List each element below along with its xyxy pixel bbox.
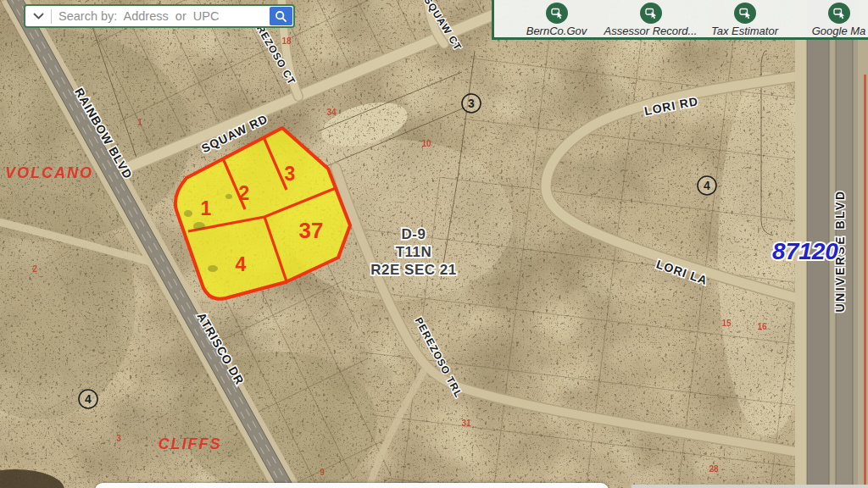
click-hand-icon xyxy=(734,3,756,24)
search-button[interactable] xyxy=(270,7,292,25)
parcel-number-label: 1 xyxy=(201,197,212,219)
toolbar-item-label: Tax Estimator xyxy=(711,25,778,37)
assessor-map-app: 1 2 3 37 4 RAINBOW BLVD SQUAW RD EREZOSO… xyxy=(0,0,868,488)
toolbar-item-label: Assessor Record... xyxy=(604,25,698,37)
parcel-number-label: 4 xyxy=(236,253,247,275)
parcel-number-label: 2 xyxy=(239,182,250,204)
chevron-down-icon xyxy=(33,13,44,19)
click-hand-icon xyxy=(546,3,568,24)
bottom-panel-edge xyxy=(95,483,609,488)
area-label-cliffs: CLIFFS xyxy=(159,435,222,452)
svg-text:16: 16 xyxy=(757,322,767,331)
svg-text:15: 15 xyxy=(721,319,732,328)
search-bar xyxy=(24,4,295,28)
svg-text:31: 31 xyxy=(461,419,471,428)
toolbar-item-google-maps[interactable]: Google Ma xyxy=(792,0,868,37)
svg-text:10: 10 xyxy=(421,139,431,148)
section-district: D-9 xyxy=(402,226,426,242)
circled-marker: 3 xyxy=(462,94,481,113)
click-hand-icon xyxy=(640,3,662,24)
toolbar-item-tax-estimator[interactable]: Tax Estimator xyxy=(698,0,792,37)
svg-text:4: 4 xyxy=(704,179,710,192)
area-label-volcano: VOLCANO xyxy=(5,164,93,181)
svg-text:9: 9 xyxy=(320,468,325,477)
parcel-number-label: 37 xyxy=(299,218,324,243)
click-hand-icon xyxy=(828,3,850,24)
parcel-map-canvas[interactable]: 1 2 3 37 4 RAINBOW BLVD SQUAW RD EREZOSO… xyxy=(0,0,868,488)
search-icon xyxy=(275,10,287,23)
parcel-number-label: 3 xyxy=(285,163,296,185)
toolbar-item-label: BernCo.Gov xyxy=(526,25,587,37)
links-toolbar: BernCo.Gov Assessor Record... Tax Estima… xyxy=(492,0,868,40)
search-input[interactable] xyxy=(52,9,270,23)
svg-text:3: 3 xyxy=(468,97,475,110)
svg-text:3: 3 xyxy=(116,434,121,443)
svg-text:34: 34 xyxy=(326,108,337,117)
toolbar-item-label: Google Ma xyxy=(812,25,866,37)
search-type-dropdown[interactable] xyxy=(25,6,51,26)
svg-text:1: 1 xyxy=(137,118,142,127)
circled-marker: 4 xyxy=(698,176,716,195)
svg-text:18: 18 xyxy=(281,36,292,46)
svg-text:2: 2 xyxy=(32,264,37,274)
circled-marker: 4 xyxy=(79,390,97,408)
zip-code-label: 87120 xyxy=(772,238,838,264)
section-township: T11N xyxy=(396,244,432,260)
toolbar-item-bernco-gov[interactable]: BernCo.Gov xyxy=(509,0,604,37)
toolbar-item-assessor-record[interactable]: Assessor Record... xyxy=(604,0,698,37)
svg-text:28: 28 xyxy=(709,464,719,474)
section-range: R2E SEC 21 xyxy=(370,262,456,278)
svg-text:4: 4 xyxy=(85,392,92,406)
bottom-panel-edge-secondary xyxy=(632,485,868,488)
